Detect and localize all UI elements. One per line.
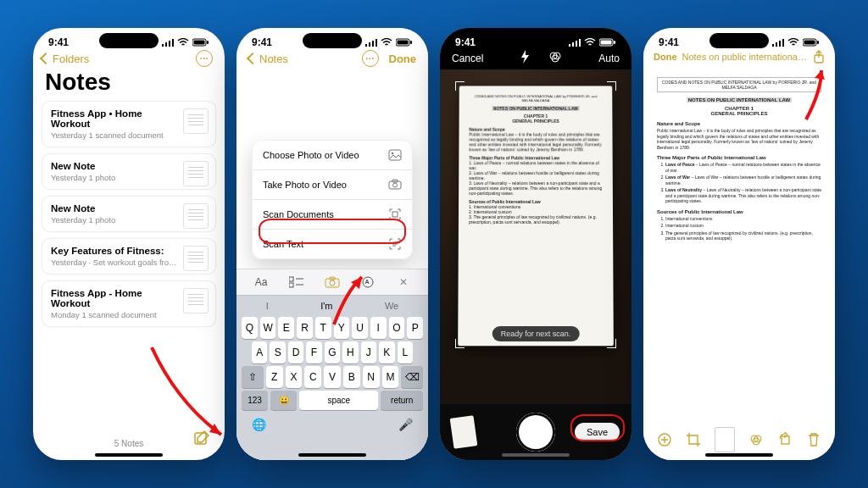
note-row[interactable]: Fitness App • Home WorkoutYesterday 1 sc… [42, 101, 216, 147]
key[interactable]: G [325, 341, 340, 363]
keyboard[interactable]: I I'm We QWERTYUIOP ASDFGHJKL ⇧ZXCVBNM⌫ … [236, 295, 428, 460]
rotate-button[interactable] [777, 432, 793, 447]
menu-scan-text[interactable]: Scan Text [253, 229, 412, 258]
key[interactable]: X [286, 366, 303, 388]
page-thumb[interactable] [715, 427, 735, 452]
crop-corner[interactable] [455, 339, 465, 348]
suggestion[interactable]: I'm [320, 301, 332, 311]
back-folders[interactable]: Folders [42, 53, 89, 65]
key[interactable]: Y [334, 317, 350, 339]
key[interactable]: H [342, 341, 358, 363]
menu-label: Scan Text [263, 239, 303, 249]
share-button[interactable] [813, 50, 825, 64]
add-page-button[interactable] [657, 432, 672, 447]
svg-rect-21 [614, 41, 615, 44]
key-backspace[interactable]: ⌫ [401, 366, 423, 388]
filter-button[interactable] [748, 432, 764, 447]
keyboard-suggestions[interactable]: I I'm We [240, 299, 425, 314]
key-space[interactable]: space [299, 391, 378, 410]
crop-corner[interactable] [607, 81, 616, 91]
camera-button[interactable] [323, 274, 342, 290]
cancel-button[interactable]: Cancel [452, 53, 483, 64]
checklist-button[interactable] [287, 274, 306, 290]
more-button[interactable]: ··· [196, 50, 213, 67]
page-title: Notes [33, 67, 225, 101]
key[interactable]: V [324, 366, 341, 388]
key[interactable]: J [361, 341, 376, 363]
key[interactable]: C [304, 366, 321, 388]
format-button[interactable]: Aa [252, 274, 270, 290]
globe-icon[interactable]: 🌐 [252, 418, 266, 431]
back-notes[interactable]: Notes [248, 53, 288, 65]
key[interactable]: T [315, 317, 331, 339]
key[interactable]: O [389, 317, 405, 339]
key[interactable]: S [270, 341, 285, 363]
crop-corner[interactable] [607, 339, 616, 348]
key[interactable]: L [398, 341, 413, 363]
save-button[interactable]: Save [575, 423, 620, 441]
key[interactable]: U [352, 317, 368, 339]
done-button[interactable]: Done [389, 53, 417, 65]
scan-preview-thumb[interactable] [450, 415, 478, 449]
key[interactable]: I [370, 317, 387, 339]
note-row[interactable]: Fitness App - Home WorkoutMonday 1 scann… [42, 280, 216, 327]
doc-view[interactable]: CODES AND NOTES ON PUBLIC INTERNATIONAL … [643, 64, 835, 419]
doc-li: International custom [665, 223, 821, 229]
key-return[interactable]: return [381, 391, 423, 410]
mic-icon[interactable]: 🎤 [398, 418, 413, 431]
key[interactable]: K [379, 341, 394, 363]
filters-icon[interactable] [548, 50, 562, 66]
key-123[interactable]: 123 [242, 391, 268, 410]
key[interactable]: Q [242, 317, 258, 339]
svg-rect-26 [804, 41, 815, 45]
note-title: Key Features of Fitness: [51, 246, 178, 256]
key[interactable]: W [260, 317, 276, 339]
done-button[interactable]: Done [654, 52, 677, 62]
crop-corner[interactable] [455, 81, 465, 91]
note-row[interactable]: New NoteYesterday 1 photo [42, 153, 216, 190]
camera-bottom-bar: Save [440, 404, 632, 460]
flash-icon[interactable] [520, 50, 530, 66]
menu-take-photo[interactable]: Take Photo or Video [253, 169, 412, 199]
svg-rect-27 [817, 41, 819, 44]
shutter-button[interactable] [516, 413, 555, 452]
svg-rect-33 [782, 436, 789, 444]
suggestion[interactable]: I [266, 301, 269, 311]
markup-button[interactable] [359, 274, 377, 290]
doc-li: The general principles of law recognized… [665, 230, 821, 241]
key[interactable]: E [278, 317, 294, 339]
suggestion[interactable]: We [385, 301, 398, 311]
key[interactable]: F [306, 341, 321, 363]
key[interactable]: R [297, 317, 313, 339]
more-button[interactable]: ··· [362, 50, 379, 67]
key[interactable]: N [363, 366, 380, 388]
toolbar-close[interactable]: ✕ [394, 274, 413, 290]
home-indicator [502, 453, 570, 457]
key-emoji[interactable]: 😀 [270, 391, 297, 410]
menu-choose-photo[interactable]: Choose Photo or Video [253, 141, 412, 169]
menu-scan-documents[interactable]: Scan Documents [253, 199, 412, 229]
note-body[interactable] [236, 67, 428, 140]
key[interactable]: B [343, 366, 360, 388]
key[interactable]: A [252, 341, 267, 363]
note-title: Fitness App • Home Workout [51, 108, 178, 129]
note-row[interactable]: Key Features of Fitness:Yesterday · Set … [42, 238, 216, 274]
key[interactable]: Z [266, 366, 283, 388]
key-shift[interactable]: ⇧ [242, 366, 264, 388]
doc-li: International conventions [665, 216, 821, 222]
compose-button[interactable] [194, 430, 211, 446]
note-subtitle: Yesterday 1 photo [51, 215, 178, 225]
key[interactable]: P [407, 317, 423, 339]
trash-button[interactable] [806, 432, 821, 447]
key[interactable]: D [288, 341, 303, 363]
crop-button[interactable] [686, 432, 701, 447]
key[interactable]: M [382, 366, 399, 388]
doc-header: NOTES ON PUBLIC INTERNATIONAL LAW [687, 97, 792, 103]
doc-smallheader: CODES AND NOTES ON PUBLIC INTERNATIONAL … [470, 94, 603, 103]
annotation-arrow [143, 343, 225, 445]
note-row[interactable]: New NoteYesterday 1 photo [42, 196, 216, 232]
wifi-icon [177, 38, 189, 47]
doc-li: Laws of Neutrality – relations between a… [469, 180, 602, 196]
battery-icon [192, 38, 209, 47]
auto-button[interactable]: Auto [598, 53, 620, 64]
